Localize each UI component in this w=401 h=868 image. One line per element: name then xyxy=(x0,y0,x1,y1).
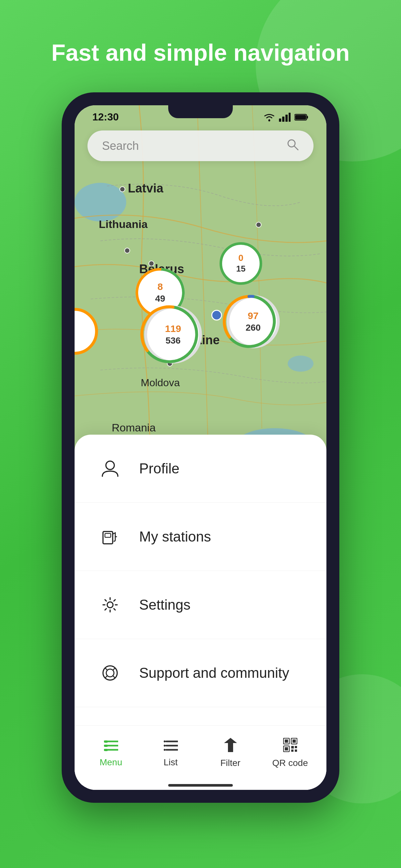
svg-rect-75 xyxy=(285,747,288,750)
menu-item-settings[interactable]: Settings xyxy=(74,571,327,639)
svg-rect-60 xyxy=(104,740,108,743)
status-time: 12:30 xyxy=(92,111,119,123)
svg-text:Romania: Romania xyxy=(112,422,156,434)
menu-label-settings: Settings xyxy=(139,597,190,613)
menu-label-my-stations: My stations xyxy=(139,529,211,545)
nav-item-list[interactable]: List xyxy=(141,739,201,768)
svg-rect-4 xyxy=(289,113,290,122)
svg-point-19 xyxy=(120,187,125,192)
status-icons xyxy=(264,113,309,122)
svg-text:Latvia: Latvia xyxy=(128,182,164,195)
gas-station-icon xyxy=(97,524,123,550)
svg-point-12 xyxy=(288,355,313,372)
svg-point-46 xyxy=(106,461,114,469)
page-headline: Fast and simple navigation xyxy=(51,39,350,66)
svg-rect-78 xyxy=(295,749,297,752)
svg-text:Lithuania: Lithuania xyxy=(99,218,148,230)
svg-point-44 xyxy=(288,140,295,147)
phone-screen: 12:30 xyxy=(74,105,327,790)
nav-item-filter[interactable]: Filter xyxy=(201,738,260,768)
svg-rect-77 xyxy=(295,746,297,748)
menu-nav-label: Menu xyxy=(99,757,122,768)
list-nav-label: List xyxy=(164,757,178,768)
svg-rect-73 xyxy=(292,740,296,743)
svg-rect-48 xyxy=(105,533,111,537)
menu-label-profile: Profile xyxy=(139,461,180,476)
list-nav-icon xyxy=(164,739,178,755)
svg-rect-79 xyxy=(291,749,294,752)
bottom-sheet: Profile My stations xyxy=(74,435,327,790)
menu-item-my-stations[interactable]: My stations xyxy=(74,503,327,571)
support-icon xyxy=(97,660,123,686)
svg-point-52 xyxy=(106,669,114,677)
svg-rect-71 xyxy=(285,740,288,743)
svg-text:Moldova: Moldova xyxy=(141,377,180,389)
svg-point-20 xyxy=(125,248,130,253)
filter-nav-label: Filter xyxy=(220,758,240,768)
svg-point-50 xyxy=(107,602,113,608)
nav-item-menu[interactable]: Menu xyxy=(81,739,141,768)
home-indicator xyxy=(168,784,233,786)
svg-rect-1 xyxy=(279,119,281,122)
svg-text:0: 0 xyxy=(238,253,243,263)
filter-nav-icon xyxy=(224,738,237,755)
phone-frame: 12:30 xyxy=(62,92,339,803)
svg-point-67 xyxy=(164,745,166,747)
settings-icon xyxy=(97,592,123,618)
svg-line-53 xyxy=(105,668,107,671)
svg-point-68 xyxy=(164,749,166,751)
nav-item-qrcode[interactable]: QR code xyxy=(260,738,320,768)
svg-text:119: 119 xyxy=(165,323,181,334)
search-placeholder-text: Search xyxy=(102,139,286,153)
svg-point-21 xyxy=(149,261,154,266)
svg-point-25 xyxy=(212,310,221,320)
svg-text:97: 97 xyxy=(248,310,258,321)
qr-nav-icon xyxy=(283,738,297,755)
menu-label-support: Support and community xyxy=(139,665,289,681)
menu-nav-icon xyxy=(104,739,118,755)
bottom-navigation: Menu List xyxy=(74,725,327,790)
svg-rect-76 xyxy=(291,746,294,748)
menu-item-profile[interactable]: Profile xyxy=(74,435,327,503)
svg-marker-69 xyxy=(224,738,237,752)
svg-line-55 xyxy=(113,668,115,671)
svg-rect-7 xyxy=(295,115,306,120)
svg-text:49: 49 xyxy=(155,293,165,304)
signal-icon xyxy=(279,113,290,122)
svg-text:536: 536 xyxy=(166,336,181,345)
search-icon xyxy=(286,138,299,154)
battery-icon xyxy=(295,113,309,121)
search-bar[interactable]: Search xyxy=(88,130,313,161)
svg-text:8: 8 xyxy=(158,281,163,292)
qr-nav-label: QR code xyxy=(272,758,308,768)
svg-rect-61 xyxy=(104,745,108,747)
menu-item-support[interactable]: Support and community xyxy=(74,639,327,707)
svg-rect-62 xyxy=(104,749,108,751)
phone-notch xyxy=(168,105,233,118)
svg-point-22 xyxy=(256,222,261,227)
svg-text:15: 15 xyxy=(236,264,246,274)
svg-rect-3 xyxy=(285,115,288,122)
svg-line-54 xyxy=(113,676,115,678)
svg-line-56 xyxy=(105,676,107,678)
svg-point-0 xyxy=(268,120,270,121)
profile-icon xyxy=(97,456,123,482)
svg-point-66 xyxy=(164,740,166,742)
wifi-icon xyxy=(264,113,275,122)
svg-rect-6 xyxy=(307,116,308,119)
svg-text:260: 260 xyxy=(246,322,261,333)
svg-rect-2 xyxy=(282,117,284,122)
svg-line-45 xyxy=(295,146,298,150)
